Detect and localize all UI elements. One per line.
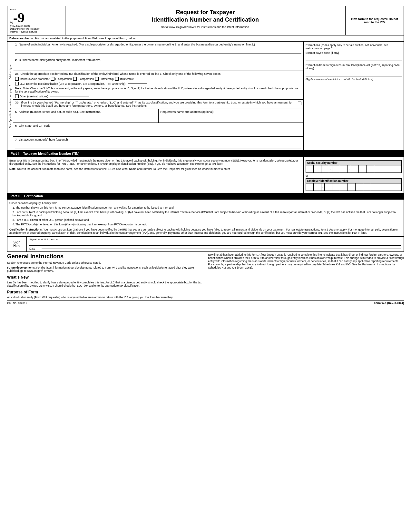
- checkbox-s-corp[interactable]: S corporation: [73, 77, 94, 81]
- ein-cell-4[interactable]: [332, 183, 340, 191]
- checkbox-c-corp-label: C corporation: [55, 77, 72, 81]
- header-right: Give form to the requester. Do not send …: [346, 6, 404, 35]
- ein-cell-1[interactable]: [306, 183, 314, 191]
- other-field[interactable]: [50, 96, 89, 96]
- before-begin: Before you begin. For guidance related t…: [7, 35, 404, 42]
- row-3a: 3a Check the appropriate box for federal…: [13, 71, 303, 100]
- or-text: or: [306, 174, 402, 177]
- gen-section-ref: Section references are to the Internal R…: [7, 261, 203, 264]
- row2-field[interactable]: [15, 63, 301, 69]
- ein-cell-3[interactable]: [325, 183, 332, 191]
- ein-cell-6[interactable]: [348, 183, 356, 191]
- row5-requester-label: Requester's name and address (optional): [161, 110, 214, 113]
- checkbox-llc-row[interactable]: LLC. Enter the tax classification (C = C…: [15, 82, 301, 85]
- checkbox-individual-label: Individual/sole proprietor: [20, 77, 50, 81]
- ssn-cell-5[interactable]: [340, 165, 348, 172]
- gen-title: General Instructions: [7, 253, 203, 260]
- cert-instructions-label: Certification instructions.: [9, 228, 43, 231]
- row7-text: List account number(s) here (optional): [19, 138, 68, 141]
- checkbox-trust-label: Trust/estate: [120, 77, 134, 81]
- footer-form-label: Form W-9 (Rev. 3-2024): [374, 301, 404, 305]
- row7-num: 7: [15, 138, 17, 141]
- sign-sig-label: Signature of U.S. person: [29, 238, 401, 246]
- row6-field[interactable]: [15, 129, 301, 135]
- row-1: 1 Name of entity/individual. An entry is…: [13, 42, 303, 57]
- future-dev-title: Future developments.: [7, 266, 35, 269]
- row1-num: 1: [15, 43, 17, 46]
- ein-dash-1: -: [321, 183, 325, 191]
- checkbox-partnership-box[interactable]: [95, 77, 99, 81]
- checkbox-partnership[interactable]: Partnership: [95, 77, 113, 81]
- cert-item-2: 2. I am not subject to backup withholdin…: [13, 211, 402, 217]
- part1-label: Part I: [9, 152, 20, 156]
- ein-label: Employer identification number: [306, 178, 402, 183]
- checkbox-c-corp-box[interactable]: [51, 77, 54, 81]
- ssn-cell-1[interactable]: [306, 165, 314, 172]
- checkbox-trust[interactable]: Trust/estate: [115, 77, 134, 81]
- whats-new-title: What's New: [7, 275, 203, 280]
- dept: Department of the Treasury: [10, 27, 63, 30]
- checkbox-partnership-label: Partnership: [100, 77, 113, 81]
- row5-text: Address (number, street, and apt. or sui…: [19, 110, 101, 113]
- ssn-cell-4[interactable]: [332, 165, 340, 172]
- purpose-text: An individual or entity (Form W-9 reques…: [7, 296, 203, 299]
- checkbox-individual-box[interactable]: [15, 77, 19, 81]
- ssn-cell-9[interactable]: [374, 165, 382, 172]
- part2-label: Part II: [9, 194, 21, 198]
- exemptions-title: Exemptions (codes apply only to certain …: [306, 44, 402, 50]
- ein-cell-5[interactable]: [340, 183, 348, 191]
- checkbox-llc-box[interactable]: [15, 82, 19, 85]
- ein-box: Employer identification number -: [306, 178, 402, 191]
- side-label: See Specific Instructions on page 3. Pri…: [7, 42, 13, 150]
- ssn-label: Social security number: [306, 160, 402, 165]
- ssn-cells: - -: [306, 165, 402, 173]
- checkbox-individual[interactable]: Individual/sole proprietor: [15, 77, 50, 81]
- exempt-payee-field[interactable]: [306, 55, 402, 61]
- ein-cells: -: [306, 183, 402, 191]
- checkbox-trust-box[interactable]: [115, 77, 119, 81]
- ein-cell-8[interactable]: [363, 183, 371, 191]
- ssn-cell-7[interactable]: [359, 165, 367, 172]
- checkbox-other-box[interactable]: [15, 94, 19, 98]
- ssn-cell-8[interactable]: [367, 165, 374, 172]
- row3a-num: 3a: [15, 72, 18, 75]
- row7-field[interactable]: [15, 143, 301, 149]
- checkbox-c-corp[interactable]: C corporation: [51, 77, 72, 81]
- checkbox-s-corp-box[interactable]: [73, 77, 77, 81]
- part1-body: Enter your TIN in the appropriate box. T…: [7, 157, 404, 193]
- gen-right-text: New line 3b has been added to this form.…: [208, 253, 404, 269]
- sign-here: SignHere Signature of U.S. person Date: [7, 237, 404, 252]
- ssn-dash-2: -: [348, 165, 351, 172]
- ssn-cell-3[interactable]: [321, 165, 329, 172]
- ein-cell-7[interactable]: [356, 183, 363, 191]
- llc-code-field[interactable]: [128, 84, 147, 84]
- date-label: Date: [29, 247, 35, 250]
- cert-intro: Under penalties of perjury, I certify th…: [9, 202, 402, 205]
- date-field[interactable]: [42, 249, 401, 249]
- row3b-num: 3b: [15, 101, 19, 104]
- cert-item-1: 1. The number shown on this form is my c…: [13, 206, 402, 209]
- fatca-field[interactable]: [306, 71, 402, 76]
- checkbox-other-label: Other (see instructions): [20, 95, 48, 98]
- sign-label: SignHere: [7, 237, 27, 251]
- row2-num: 2: [15, 58, 17, 62]
- ein-cell-9[interactable]: [371, 183, 379, 191]
- part1-title: Taxpayer Identification Number (TIN): [23, 152, 79, 155]
- form-main: 1 Name of entity/individual. An entry is…: [13, 42, 304, 150]
- row3b-checkbox[interactable]: [298, 102, 301, 105]
- row3a-note: Note: Note: Check the "LLC" box above an…: [15, 87, 301, 93]
- ssn-dash-1: -: [329, 165, 332, 172]
- form-right: Exemptions (codes apply only to certain …: [304, 42, 404, 150]
- row5-field[interactable]: [15, 115, 156, 121]
- header-left: Form W -9 (Rev. March 2024) Department o…: [7, 6, 65, 35]
- part1-left-text: Enter your TIN in the appropriate box. T…: [9, 159, 301, 165]
- ein-cell-2[interactable]: [314, 183, 321, 191]
- ssn-cell-2[interactable]: [314, 165, 321, 172]
- part1-header: Part I Taxpayer Identification Number (T…: [7, 151, 404, 157]
- exempt-payee-label: Exempt payee code (if any): [306, 51, 402, 54]
- row1-field[interactable]: [15, 47, 301, 54]
- purpose-title: Purpose of Form: [7, 290, 203, 294]
- ssn-cell-6[interactable]: [351, 165, 359, 172]
- checkbox-other[interactable]: Other (see instructions): [15, 94, 301, 98]
- rev-date: (Rev. March 2024): [10, 25, 63, 27]
